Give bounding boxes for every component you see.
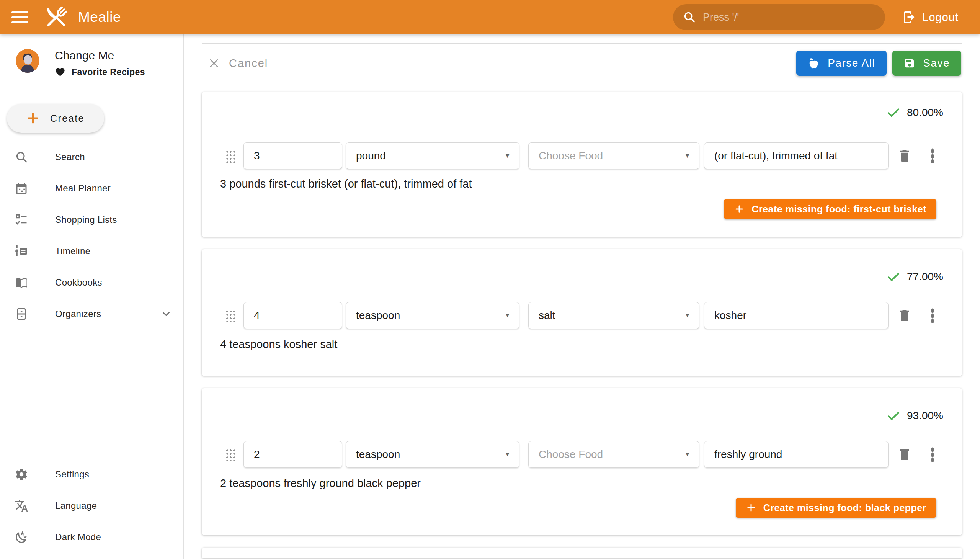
caret-down-icon: ▼: [504, 451, 511, 458]
sidebar: Change Me Favorite Recipes Create Search: [0, 35, 184, 559]
confidence-value: 77.00%: [907, 271, 943, 283]
gear-icon: [15, 468, 28, 481]
save-icon: [904, 58, 915, 69]
check-icon: [886, 270, 901, 284]
note-input[interactable]: [704, 142, 889, 169]
cancel-button[interactable]: Cancel: [208, 57, 268, 70]
caret-down-icon: ▼: [504, 312, 511, 319]
app-title: Mealie: [78, 9, 121, 25]
trash-icon: [897, 148, 912, 164]
check-icon: [886, 105, 901, 120]
search-input[interactable]: Press '/': [673, 4, 885, 30]
dots-vertical-icon: [931, 148, 934, 164]
trash-icon: [897, 447, 912, 462]
ingredient-fields: teaspoon ▼ Choose Food ▼: [202, 441, 962, 468]
apple-icon: [808, 57, 820, 69]
unit-select[interactable]: teaspoon ▼: [346, 302, 519, 329]
delete-button[interactable]: [896, 445, 914, 464]
ingredient-fields: teaspoon ▼ salt ▼: [202, 302, 962, 329]
ingredient-card: 93.00% teaspoon ▼ Choose Food ▼: [202, 388, 962, 535]
sidebar-item-cookbooks[interactable]: Cookbooks: [0, 267, 183, 298]
close-icon: [208, 58, 220, 69]
caret-down-icon: ▼: [684, 312, 691, 319]
original-ingredient-text: 3 pounds first-cut brisket (or flat-cut)…: [202, 178, 962, 192]
drag-handle-icon[interactable]: [225, 448, 235, 461]
sidebar-item-search[interactable]: Search: [0, 141, 183, 173]
food-select[interactable]: Choose Food ▼: [528, 142, 699, 169]
sidebar-nav: Search Meal Planner Shopping Lists Timel…: [0, 141, 183, 330]
chevron-down-icon: [160, 308, 172, 320]
caret-down-icon: ▼: [504, 152, 511, 160]
book-open-icon: [15, 276, 28, 289]
user-section: Change Me Favorite Recipes: [0, 35, 183, 77]
confidence-value: 93.00%: [907, 410, 943, 422]
unit-select[interactable]: pound ▼: [346, 142, 519, 169]
confidence-row: 80.00%: [202, 105, 962, 120]
caret-down-icon: ▼: [684, 451, 691, 458]
drawer-icon: [15, 307, 28, 321]
plus-icon: [26, 112, 40, 125]
sidebar-item-settings[interactable]: Settings: [0, 459, 183, 490]
ingredient-list: 80.00% pound ▼ Choose Food ▼ 3 p: [202, 92, 962, 558]
dots-vertical-icon: [931, 447, 934, 462]
original-ingredient-text: 2 teaspoons freshly ground black pepper: [202, 477, 962, 491]
sidebar-item-organizers[interactable]: Organizers: [0, 298, 183, 330]
search-placeholder: Press '/': [703, 12, 739, 23]
delete-button[interactable]: [896, 306, 914, 325]
dots-vertical-icon: [931, 308, 934, 323]
note-input[interactable]: [704, 302, 889, 329]
logout-icon: [902, 10, 916, 24]
food-select[interactable]: Choose Food ▼: [528, 441, 699, 468]
save-button[interactable]: Save: [892, 51, 961, 76]
note-input[interactable]: [704, 441, 889, 468]
caret-down-icon: ▼: [684, 152, 691, 160]
checklist-icon: [15, 213, 28, 227]
user-name: Change Me: [55, 49, 145, 62]
more-options-button[interactable]: [923, 306, 942, 325]
confidence-row: 77.00%: [202, 269, 962, 284]
sidebar-item-timeline[interactable]: Timeline: [0, 235, 183, 267]
drag-handle-icon[interactable]: [225, 149, 235, 163]
sidebar-item-meal-planner[interactable]: Meal Planner: [0, 173, 183, 204]
quantity-input[interactable]: [243, 302, 342, 329]
delete-button[interactable]: [896, 147, 914, 165]
translate-icon: [15, 499, 28, 513]
menu-icon[interactable]: [12, 8, 30, 26]
ingredient-card: 80.00% pound ▼ Choose Food ▼ 3 p: [202, 92, 962, 237]
moon-stars-icon: [15, 530, 28, 544]
create-missing-food-button[interactable]: Create missing food: black pepper: [736, 498, 936, 518]
search-icon: [683, 11, 696, 24]
favorite-recipes-link[interactable]: Favorite Recipes: [55, 67, 145, 77]
logout-button[interactable]: Logout: [902, 0, 959, 35]
food-select[interactable]: salt ▼: [528, 302, 699, 329]
more-options-button[interactable]: [923, 445, 942, 464]
parse-all-button[interactable]: Parse All: [796, 51, 887, 76]
search-icon: [15, 150, 28, 164]
avatar[interactable]: [16, 49, 40, 73]
sidebar-item-dark-mode[interactable]: Dark Mode: [0, 521, 183, 553]
ingredient-card: 77.00% teaspoon ▼ salt ▼ 4 teasp: [202, 249, 962, 376]
quantity-input[interactable]: [243, 142, 342, 169]
plus-icon: [734, 204, 745, 214]
sidebar-item-language[interactable]: Language: [0, 490, 183, 521]
confidence-value: 80.00%: [907, 106, 943, 119]
more-options-button[interactable]: [923, 147, 942, 165]
drag-handle-icon[interactable]: [225, 309, 235, 322]
timeline-icon: [15, 244, 28, 258]
create-missing-food-button[interactable]: Create missing food: first-cut brisket: [724, 199, 936, 219]
confidence-row: 93.00%: [202, 408, 962, 423]
plus-icon: [746, 502, 757, 513]
parser-toolbar: Cancel Parse All Save: [202, 51, 962, 76]
sidebar-item-shopping-lists[interactable]: Shopping Lists: [0, 204, 183, 235]
ingredient-fields: pound ▼ Choose Food ▼: [202, 142, 962, 169]
sidebar-divider: [0, 89, 183, 89]
create-button[interactable]: Create: [7, 104, 104, 133]
check-icon: [886, 408, 901, 423]
mealie-logo-icon: [42, 3, 70, 31]
quantity-input[interactable]: [243, 441, 342, 468]
top-app-bar: Mealie Press '/' Logout: [0, 0, 980, 35]
original-ingredient-text: 4 teaspoons kosher salt: [202, 338, 962, 352]
heart-icon: [55, 67, 66, 77]
unit-select[interactable]: teaspoon ▼: [346, 441, 519, 468]
trash-icon: [897, 308, 912, 323]
